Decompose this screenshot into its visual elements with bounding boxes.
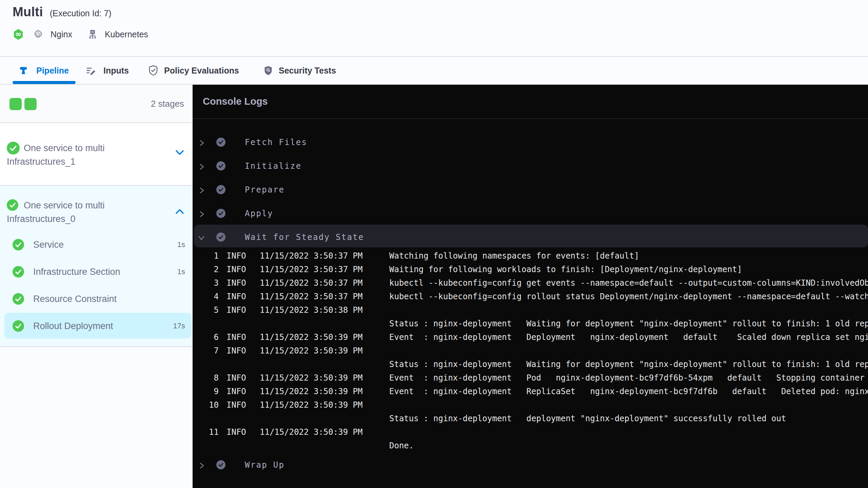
- tab-inputs[interactable]: Inputs: [85, 57, 129, 84]
- tab-policy-evaluations-label: Policy Evaluations: [164, 66, 239, 76]
- log-level: INFO: [226, 344, 246, 358]
- chevron-right-icon[interactable]: [199, 211, 205, 218]
- log-timestamp: 11/15/2022 3:50:39 PM: [260, 344, 362, 358]
- log-message: Status : nginx-deployment deployment "ng…: [389, 412, 868, 425]
- log-level: INFO: [226, 276, 246, 290]
- log-message: Event : nginx-deployment Pod nginx-deplo…: [389, 371, 868, 385]
- log-timestamp: 11/15/2022 3:50:39 PM: [260, 371, 362, 385]
- log-line-number: 9: [193, 385, 219, 398]
- log-line: 7 INFO 11/15/2022 3:50:39 PM: [193, 344, 868, 358]
- policy-shield-icon: [148, 65, 158, 76]
- log-timestamp: 11/15/2022 3:50:39 PM: [260, 425, 362, 439]
- step-duration: 17s: [173, 319, 185, 333]
- chevron-right-icon[interactable]: [199, 140, 205, 146]
- security-shield-icon: [263, 65, 273, 76]
- console-step-name: Apply: [245, 202, 273, 225]
- log-timestamp: 11/15/2022 3:50:39 PM: [260, 385, 362, 398]
- tab-pipeline-label: Pipeline: [36, 66, 69, 76]
- log-line: 5 INFO 11/15/2022 3:50:38 PM: [193, 303, 868, 317]
- log-line: 4 INFO 11/15/2022 3:50:37 PM kubectl --k…: [193, 290, 868, 303]
- console-divider: [193, 118, 868, 119]
- step-name: Resource Constraint: [33, 291, 117, 306]
- console-step-row[interactable]: Prepare: [193, 178, 868, 202]
- tab-security-tests[interactable]: Security Tests: [263, 57, 336, 84]
- chevron-down-icon[interactable]: [175, 150, 184, 155]
- log-timestamp: 11/15/2022 3:50:37 PM: [260, 263, 362, 276]
- log-line-number: 2: [193, 263, 219, 276]
- stage-name: One service to multi Infrastructures_1: [7, 141, 170, 168]
- service-row: ∞ Nginx Kubernetes: [14, 28, 148, 40]
- step-duration: 1s: [177, 264, 185, 279]
- stage-item-infrastructures-1[interactable]: One service to multi Infrastructures_1: [0, 123, 193, 186]
- step-success-icon: [13, 293, 24, 305]
- stage-name: One service to multi Infrastructures_0: [7, 199, 170, 226]
- console-panel: Console Logs Fetch Files Initialize: [193, 85, 868, 488]
- chevron-up-icon[interactable]: [175, 209, 184, 214]
- step-success-icon: [13, 320, 24, 332]
- chevron-down-icon[interactable]: [198, 235, 205, 241]
- log-message: Event : nginx-deployment ReplicaSet ngin…: [389, 385, 868, 398]
- log-level: INFO: [226, 263, 246, 276]
- log-level: INFO: [226, 371, 246, 385]
- log-level: INFO: [226, 290, 246, 303]
- log-line-number: 8: [193, 371, 219, 385]
- log-line-number: 11: [193, 425, 219, 439]
- console-step-row[interactable]: Apply: [193, 202, 868, 225]
- log-line: 3 INFO 11/15/2022 3:50:37 PM kubectl --k…: [193, 276, 868, 290]
- tab-pipeline[interactable]: Pipeline: [13, 57, 69, 84]
- stage-status-square-2[interactable]: [24, 98, 37, 110]
- gear-icon: [33, 29, 43, 40]
- log-message: Status : nginx-deployment Waiting for de…: [389, 358, 868, 371]
- step-success-icon: [216, 232, 225, 242]
- step-success-icon: [216, 138, 225, 147]
- title-row: Multi (Execution Id: 7): [13, 5, 112, 19]
- log-line-number: 5: [193, 303, 219, 317]
- log-message: Status : nginx-deployment Waiting for de…: [389, 317, 868, 330]
- service-label-nginx[interactable]: Nginx: [51, 29, 72, 39]
- console-step-name: Fetch Files: [245, 130, 307, 154]
- log-line-number: 1: [193, 249, 219, 263]
- stage-count: 2 stages: [151, 85, 184, 123]
- svg-text:∞: ∞: [15, 30, 21, 38]
- log-line: 1 INFO 11/15/2022 3:50:37 PM Watching fo…: [193, 249, 868, 263]
- execution-id: (Execution Id: 7): [50, 8, 112, 18]
- tab-policy-evaluations[interactable]: Policy Evaluations: [148, 57, 239, 84]
- header: Multi (Execution Id: 7) ∞ Nginx Kubernet…: [0, 0, 868, 56]
- stage-status-square-1[interactable]: [9, 98, 22, 110]
- console-step-row[interactable]: Fetch Files: [193, 130, 868, 154]
- log-line: 8 INFO 11/15/2022 3:50:39 PM Event : ngi…: [193, 371, 868, 385]
- log-timestamp: 11/15/2022 3:50:37 PM: [260, 276, 362, 290]
- tab-security-tests-label: Security Tests: [279, 66, 336, 76]
- step-success-icon: [13, 266, 24, 278]
- tab-inputs-label: Inputs: [103, 66, 129, 76]
- step-success-icon: [216, 161, 225, 170]
- service-label-kubernetes[interactable]: Kubernetes: [105, 29, 148, 39]
- console-step-row[interactable]: Wrap Up: [193, 453, 868, 477]
- log-output: 1 INFO 11/15/2022 3:50:37 PM Watching fo…: [193, 249, 868, 452]
- chevron-right-icon[interactable]: [199, 163, 205, 170]
- console-step-name: Wait for Steady State: [245, 225, 364, 249]
- console-step-row[interactable]: Initialize: [193, 154, 868, 178]
- log-message: Event : nginx-deployment Deployment ngin…: [389, 330, 868, 344]
- console-step-row[interactable]: Wait for Steady State: [193, 225, 868, 249]
- pipeline-step-item[interactable]: Infrastructure Section 1s: [0, 264, 193, 279]
- console-step-name: Initialize: [245, 154, 302, 178]
- stage-item-infrastructures-0[interactable]: One service to multi Infrastructures_0 S…: [0, 186, 193, 347]
- log-line: 10 INFO 11/15/2022 3:50:39 PM: [193, 398, 868, 412]
- pipeline-step-item[interactable]: Service 1s: [0, 237, 193, 252]
- log-level: INFO: [226, 249, 246, 263]
- log-line-number: 6: [193, 330, 219, 344]
- chevron-right-icon[interactable]: [199, 187, 205, 194]
- log-line-number: 4: [193, 290, 219, 303]
- infrastructure-icon: [87, 29, 98, 40]
- log-timestamp: 11/15/2022 3:50:37 PM: [260, 290, 362, 303]
- log-level: INFO: [226, 330, 246, 344]
- step-name: Rollout Deployment: [33, 319, 113, 333]
- log-message: kubectl --kubeconfig=config rollout stat…: [389, 290, 868, 303]
- log-line: 11 INFO 11/15/2022 3:50:39 PM: [193, 425, 868, 439]
- step-name: Service: [33, 237, 64, 252]
- step-success-icon: [13, 239, 24, 250]
- pipeline-step-item[interactable]: Resource Constraint: [0, 291, 193, 306]
- pipeline-icon: [19, 66, 28, 75]
- pipeline-step-item[interactable]: Rollout Deployment 17s: [0, 319, 193, 333]
